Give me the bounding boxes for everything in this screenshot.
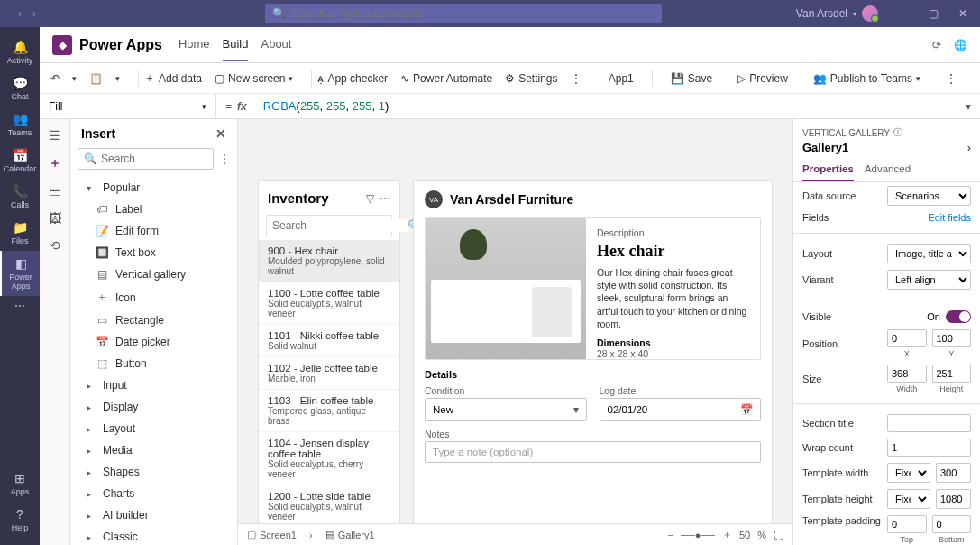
rail-activity[interactable]: 🔔Activity	[0, 34, 40, 70]
variant-select[interactable]: Left align	[887, 270, 971, 290]
variables-button[interactable]: ⟲	[50, 238, 60, 253]
position-x-input[interactable]	[887, 329, 927, 347]
tpl-height-input[interactable]	[936, 489, 971, 509]
insert-button[interactable]: ＋	[49, 155, 61, 171]
formula-input[interactable]: RGBA(255, 255, 255, 1)	[256, 99, 957, 113]
height-input[interactable]	[932, 365, 972, 383]
list-item[interactable]: 1103 - Elin coffee tableTempered glass, …	[259, 390, 399, 432]
control-name[interactable]: Gallery1›	[802, 141, 971, 154]
minimize-button[interactable]: —	[893, 5, 914, 22]
item-rectangle[interactable]: ▭Rectangle	[70, 309, 237, 331]
media-button[interactable]: 🖼	[49, 211, 61, 226]
forward-icon[interactable]: ›	[29, 5, 40, 22]
item-textbox[interactable]: 🔲Text box	[70, 242, 237, 263]
list-item[interactable]: 900 - Hex chairMoulded polypropylene, so…	[259, 240, 399, 282]
visible-toggle[interactable]	[946, 310, 971, 323]
gallery-crumb[interactable]: ▤Gallery1	[325, 529, 375, 540]
group-charts[interactable]: ▸Charts	[70, 483, 237, 504]
position-y-input[interactable]	[932, 329, 972, 347]
group-popular[interactable]: ▾Popular	[70, 177, 237, 199]
data-button[interactable]: 🗃	[49, 184, 61, 199]
more-button[interactable]: ⋮	[946, 72, 957, 85]
list-item[interactable]: 1200 - Lotte side tableSolid eucalyptis,…	[259, 485, 399, 524]
filter-icon[interactable]: ▽	[366, 192, 374, 205]
logdate-datepicker[interactable]: 02/01/20📅	[600, 398, 762, 421]
tab-properties[interactable]: Properties	[802, 163, 854, 181]
maximize-button[interactable]: ▢	[923, 5, 944, 22]
item-editform[interactable]: 📝Edit form	[70, 220, 237, 242]
list-item[interactable]: 1101 - Nikki coffee tableSolid walnut	[259, 325, 399, 357]
group-display[interactable]: ▸Display	[70, 396, 237, 418]
item-label[interactable]: 🏷Label	[70, 199, 237, 220]
tpl-width-mode[interactable]: Fixed	[887, 463, 930, 483]
rail-teams[interactable]: 👥Teams	[0, 106, 40, 143]
publish-button[interactable]: 👥Publish to Teams▾	[813, 72, 920, 85]
insert-more-button[interactable]: ⋮	[219, 152, 230, 165]
canvas[interactable]: Inventory ▽ ⋯ 🔍 900 - Hex chairMoulded p…	[238, 119, 792, 545]
undo-dropdown[interactable]: ▾	[72, 74, 77, 83]
screen-crumb[interactable]: ▢Screen1	[247, 529, 297, 540]
globe-icon[interactable]: 🌐	[954, 39, 967, 51]
rail-calendar[interactable]: 📅Calendar	[0, 143, 40, 179]
zoom-slider[interactable]: ──●──	[681, 530, 715, 540]
rail-help[interactable]: ?Help	[0, 502, 40, 538]
paste-dropdown[interactable]: ▾	[115, 74, 120, 83]
new-screen-button[interactable]: ▢New screen▾	[215, 72, 293, 85]
inventory-search-input[interactable]	[272, 219, 408, 232]
condition-dropdown[interactable]: New▾	[425, 398, 587, 421]
list-item[interactable]: 1102 - Jelle coffee tableMarble, iron	[259, 357, 399, 390]
close-panel-button[interactable]: ✕	[215, 126, 226, 141]
tab-about[interactable]: About	[261, 28, 291, 61]
zoom-out-button[interactable]: −	[668, 530, 673, 540]
tab-build[interactable]: Build	[223, 28, 249, 61]
tab-home[interactable]: Home	[179, 28, 210, 61]
group-classic[interactable]: ▸Classic	[70, 526, 237, 545]
tree-view-button[interactable]: ☰	[49, 128, 60, 143]
tpl-height-mode[interactable]: Fixed	[887, 489, 930, 509]
property-selector[interactable]: Fill ▾	[40, 94, 216, 118]
app-checker-button[interactable]: ᴀ̣App checker	[317, 72, 388, 85]
list-item[interactable]: 1104 - Jensen display coffee tableSolid …	[259, 432, 399, 485]
group-shapes[interactable]: ▸Shapes	[70, 461, 237, 483]
preview-button[interactable]: ▷Preview	[737, 72, 788, 85]
width-input[interactable]	[887, 365, 927, 383]
rail-more[interactable]: ⋯	[14, 300, 25, 312]
paste-button[interactable]: 📋	[89, 72, 103, 85]
more-icon[interactable]: ⋯	[380, 192, 390, 205]
search-input[interactable]	[291, 7, 655, 20]
rail-calls[interactable]: 📞Calls	[0, 179, 40, 215]
zoom-in-button[interactable]: ＋	[722, 528, 732, 541]
group-media[interactable]: ▸Media	[70, 439, 237, 461]
tab-advanced[interactable]: Advanced	[865, 163, 911, 181]
overflow-button[interactable]: ⋮	[571, 72, 582, 85]
item-datepicker[interactable]: 📅Date picker	[70, 331, 237, 353]
tpl-width-input[interactable]	[936, 463, 971, 483]
group-aibuilder[interactable]: ▸AI builder	[70, 504, 237, 526]
insert-search-input[interactable]	[101, 152, 207, 165]
layout-select[interactable]: Image, title and subtitle	[887, 244, 971, 263]
save-button[interactable]: 💾Save	[671, 72, 712, 85]
group-input[interactable]: ▸Input	[70, 374, 237, 396]
undo-button[interactable]: ↶	[50, 72, 60, 85]
group-layout[interactable]: ▸Layout	[70, 418, 237, 439]
inventory-search[interactable]: 🔍	[266, 215, 392, 236]
pad-top-input[interactable]	[887, 515, 927, 533]
item-button[interactable]: ⬚Button	[70, 353, 237, 374]
info-icon[interactable]: ⓘ	[893, 126, 902, 139]
list-item[interactable]: 1100 - Lotte coffee tableSolid eucalypti…	[259, 282, 399, 325]
add-data-button[interactable]: ＋Add data	[144, 70, 202, 86]
datasource-select[interactable]: Scenarios	[887, 186, 971, 206]
close-button[interactable]: ✕	[953, 5, 973, 22]
notes-input[interactable]: Type a note (optional)	[425, 441, 761, 463]
edit-fields-link[interactable]: Edit fields	[928, 212, 971, 223]
item-vertical-gallery[interactable]: ▤Vertical gallery	[70, 263, 237, 285]
rail-powerapps[interactable]: ◧Power Apps	[0, 251, 40, 296]
wrap-count-input[interactable]	[887, 439, 971, 457]
back-icon[interactable]: ‹	[14, 5, 25, 22]
section-title-input[interactable]	[887, 414, 971, 432]
item-icon[interactable]: ＋Icon	[70, 285, 237, 309]
rail-chat[interactable]: 💬Chat	[0, 70, 40, 106]
rail-apps[interactable]: ⊞Apps	[0, 466, 40, 502]
rail-files[interactable]: 📁Files	[0, 215, 40, 251]
settings-button[interactable]: ⚙Settings	[505, 72, 557, 85]
